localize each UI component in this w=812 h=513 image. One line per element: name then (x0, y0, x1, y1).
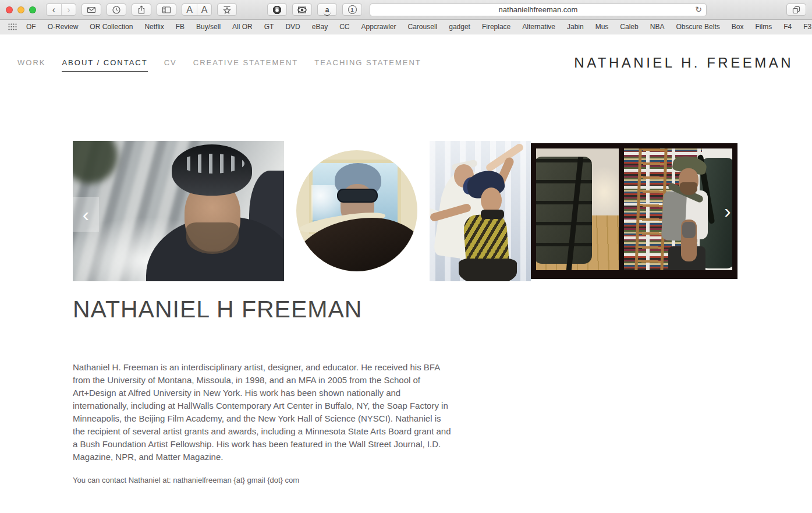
contact-line: You can contact Nathaniel at: nathanielf… (73, 476, 299, 484)
forward-button[interactable]: › (61, 4, 76, 15)
star-icon (222, 5, 232, 15)
browser-toolbar: ‹ › A A (0, 0, 812, 20)
nav-about-contact[interactable]: ABOUT / CONTACT (62, 58, 147, 72)
bookmark-item[interactable]: Fireplace (476, 23, 516, 31)
bookmark-item[interactable]: OF (20, 23, 42, 31)
tab-overview-icon (792, 5, 801, 15)
sidebar-icon (162, 5, 171, 15)
carousel-prev-button[interactable]: ‹ (73, 197, 99, 232)
bookmark-item[interactable]: Jabin (561, 23, 590, 31)
bookmark-item[interactable]: Appcrawler (356, 23, 402, 31)
top-sites-button[interactable] (217, 3, 237, 16)
address-bar-url: nathanielhfreeman.com (499, 5, 578, 14)
sidebar-button[interactable] (157, 3, 176, 16)
bookmark-item[interactable]: DVD (279, 23, 306, 31)
reload-icon[interactable]: ↻ (695, 5, 702, 14)
browser-window: ‹ › A A (0, 0, 812, 513)
zoom-button[interactable] (29, 6, 36, 13)
ghostery-extension-button[interactable] (292, 3, 312, 16)
bookmark-item[interactable]: F4 (778, 23, 797, 31)
close-button[interactable] (6, 6, 13, 13)
adblock-extension-button[interactable] (267, 3, 287, 16)
bookmark-item[interactable]: GT (258, 23, 280, 31)
bookmark-item[interactable]: Carousell (402, 23, 444, 31)
back-button[interactable]: ‹ (47, 4, 61, 15)
site-nav: WORK ABOUT / CONTACT CV CREATIVE STATEME… (17, 58, 421, 72)
carousel-slide-diptych (531, 143, 737, 279)
site-title: NATHANIEL H. FREEMAN (574, 55, 793, 71)
nav-cv[interactable]: CV (164, 58, 177, 72)
clock-icon (112, 5, 121, 15)
amazon-icon: a (325, 7, 329, 13)
chevron-right-icon: › (724, 201, 731, 221)
bookmark-item[interactable]: FB (170, 23, 190, 31)
bookmark-item[interactable]: CC (334, 23, 355, 31)
minimize-button[interactable] (17, 6, 24, 13)
mail-icon (87, 5, 96, 15)
bookmark-item[interactable]: All OR (226, 23, 258, 31)
carousel-slide-mountain-portrait: ‹ (73, 141, 284, 281)
photo-canvas-pack (536, 148, 619, 270)
amazon-extension-button[interactable]: a (317, 3, 337, 16)
bookmark-item[interactable]: F3 (797, 23, 812, 31)
bookmark-item[interactable]: NBA (644, 23, 671, 31)
bookmark-item[interactable]: O-Review (42, 23, 84, 31)
bookmark-item[interactable]: Caleb (614, 23, 644, 31)
bookmark-item[interactable]: OR Collection (84, 23, 139, 31)
nav-creative-statement[interactable]: CREATIVE STATEMENT (193, 58, 298, 72)
eye-icon (297, 5, 307, 15)
page-heading: NATHANIEL H FREEMAN (73, 296, 362, 323)
bookmark-item[interactable]: gadget (443, 23, 476, 31)
history-button[interactable] (107, 3, 126, 16)
bookmarks-bar: OF O-Review OR Collection Netflix FB Buy… (0, 20, 812, 34)
bookmark-item[interactable]: Films (749, 23, 778, 31)
bookmarks-grid-icon[interactable] (5, 23, 20, 30)
increase-font-button[interactable]: A (197, 4, 211, 15)
bookmark-item[interactable]: Netflix (139, 23, 169, 31)
tab-overview-button[interactable] (786, 3, 806, 16)
onepassword-extension-button[interactable]: 1 (342, 3, 362, 16)
carousel-slide-dancers (430, 141, 531, 281)
bookmark-item[interactable]: Mus (590, 23, 615, 31)
carousel-slide-circular-portrait (296, 150, 417, 271)
share-button[interactable] (132, 3, 151, 16)
image-carousel: ‹ (73, 141, 737, 281)
bookmark-item[interactable]: Obscure Belts (670, 23, 725, 31)
bookmark-item[interactable]: Buy/sell (190, 23, 226, 31)
bookmark-item[interactable]: Box (726, 23, 750, 31)
hand-icon (272, 5, 282, 15)
font-size-buttons: A A (182, 3, 212, 16)
history-nav-buttons: ‹ › (46, 3, 76, 16)
carousel-next-button[interactable]: › (716, 194, 739, 227)
bookmark-item[interactable]: eBay (306, 23, 334, 31)
address-bar[interactable]: nathanielhfreeman.com ↻ (370, 3, 707, 16)
window-controls (6, 6, 36, 13)
bookmark-item[interactable]: Alternative (516, 23, 561, 31)
web-page: WORK ABOUT / CONTACT CV CREATIVE STATEME… (0, 35, 812, 513)
share-icon (137, 5, 146, 15)
chevron-left-icon: ‹ (83, 204, 89, 224)
bio-paragraph: Nathaniel H. Freeman is an interdiscipli… (73, 361, 455, 464)
mail-button[interactable] (81, 3, 101, 16)
nav-work[interactable]: WORK (17, 58, 45, 72)
nav-teaching-statement[interactable]: TEACHING STATEMENT (314, 58, 421, 72)
decrease-font-button[interactable]: A (182, 4, 197, 15)
one-password-icon: 1 (348, 5, 357, 14)
